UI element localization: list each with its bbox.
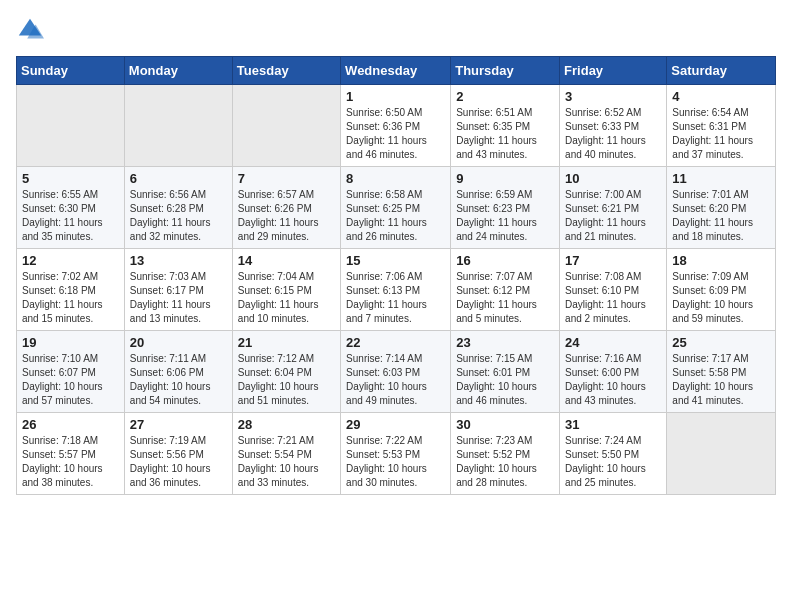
day-number: 8 <box>346 171 445 186</box>
calendar-cell: 29Sunrise: 7:22 AM Sunset: 5:53 PM Dayli… <box>341 413 451 495</box>
day-info: Sunrise: 7:14 AM Sunset: 6:03 PM Dayligh… <box>346 352 445 408</box>
day-number: 26 <box>22 417 119 432</box>
day-number: 28 <box>238 417 335 432</box>
weekday-header-saturday: Saturday <box>667 57 776 85</box>
day-number: 13 <box>130 253 227 268</box>
day-info: Sunrise: 7:10 AM Sunset: 6:07 PM Dayligh… <box>22 352 119 408</box>
day-number: 1 <box>346 89 445 104</box>
day-info: Sunrise: 7:00 AM Sunset: 6:21 PM Dayligh… <box>565 188 661 244</box>
day-info: Sunrise: 6:51 AM Sunset: 6:35 PM Dayligh… <box>456 106 554 162</box>
day-number: 5 <box>22 171 119 186</box>
day-info: Sunrise: 7:02 AM Sunset: 6:18 PM Dayligh… <box>22 270 119 326</box>
day-number: 12 <box>22 253 119 268</box>
day-number: 6 <box>130 171 227 186</box>
calendar-cell: 26Sunrise: 7:18 AM Sunset: 5:57 PM Dayli… <box>17 413 125 495</box>
calendar-cell <box>667 413 776 495</box>
day-number: 31 <box>565 417 661 432</box>
day-number: 29 <box>346 417 445 432</box>
day-info: Sunrise: 6:54 AM Sunset: 6:31 PM Dayligh… <box>672 106 770 162</box>
day-info: Sunrise: 6:50 AM Sunset: 6:36 PM Dayligh… <box>346 106 445 162</box>
day-info: Sunrise: 6:52 AM Sunset: 6:33 PM Dayligh… <box>565 106 661 162</box>
day-number: 14 <box>238 253 335 268</box>
day-info: Sunrise: 6:58 AM Sunset: 6:25 PM Dayligh… <box>346 188 445 244</box>
day-number: 3 <box>565 89 661 104</box>
calendar-cell: 6Sunrise: 6:56 AM Sunset: 6:28 PM Daylig… <box>124 167 232 249</box>
calendar-week-5: 26Sunrise: 7:18 AM Sunset: 5:57 PM Dayli… <box>17 413 776 495</box>
day-number: 10 <box>565 171 661 186</box>
day-info: Sunrise: 7:07 AM Sunset: 6:12 PM Dayligh… <box>456 270 554 326</box>
day-number: 24 <box>565 335 661 350</box>
calendar-cell: 22Sunrise: 7:14 AM Sunset: 6:03 PM Dayli… <box>341 331 451 413</box>
calendar-table: SundayMondayTuesdayWednesdayThursdayFrid… <box>16 56 776 495</box>
calendar-cell: 25Sunrise: 7:17 AM Sunset: 5:58 PM Dayli… <box>667 331 776 413</box>
logo-icon <box>16 16 44 44</box>
day-number: 7 <box>238 171 335 186</box>
day-info: Sunrise: 7:17 AM Sunset: 5:58 PM Dayligh… <box>672 352 770 408</box>
day-info: Sunrise: 7:09 AM Sunset: 6:09 PM Dayligh… <box>672 270 770 326</box>
logo <box>16 16 48 44</box>
page-header <box>16 16 776 44</box>
day-number: 30 <box>456 417 554 432</box>
day-info: Sunrise: 7:24 AM Sunset: 5:50 PM Dayligh… <box>565 434 661 490</box>
day-number: 17 <box>565 253 661 268</box>
day-info: Sunrise: 6:56 AM Sunset: 6:28 PM Dayligh… <box>130 188 227 244</box>
calendar-cell: 13Sunrise: 7:03 AM Sunset: 6:17 PM Dayli… <box>124 249 232 331</box>
day-number: 16 <box>456 253 554 268</box>
weekday-header-wednesday: Wednesday <box>341 57 451 85</box>
calendar-cell <box>17 85 125 167</box>
calendar-cell: 3Sunrise: 6:52 AM Sunset: 6:33 PM Daylig… <box>560 85 667 167</box>
day-info: Sunrise: 7:23 AM Sunset: 5:52 PM Dayligh… <box>456 434 554 490</box>
day-number: 4 <box>672 89 770 104</box>
day-info: Sunrise: 7:03 AM Sunset: 6:17 PM Dayligh… <box>130 270 227 326</box>
day-number: 19 <box>22 335 119 350</box>
day-number: 9 <box>456 171 554 186</box>
day-number: 25 <box>672 335 770 350</box>
calendar-cell: 8Sunrise: 6:58 AM Sunset: 6:25 PM Daylig… <box>341 167 451 249</box>
day-info: Sunrise: 7:12 AM Sunset: 6:04 PM Dayligh… <box>238 352 335 408</box>
weekday-header-tuesday: Tuesday <box>232 57 340 85</box>
calendar-cell: 27Sunrise: 7:19 AM Sunset: 5:56 PM Dayli… <box>124 413 232 495</box>
calendar-week-3: 12Sunrise: 7:02 AM Sunset: 6:18 PM Dayli… <box>17 249 776 331</box>
calendar-week-1: 1Sunrise: 6:50 AM Sunset: 6:36 PM Daylig… <box>17 85 776 167</box>
calendar-cell: 10Sunrise: 7:00 AM Sunset: 6:21 PM Dayli… <box>560 167 667 249</box>
weekday-header-row: SundayMondayTuesdayWednesdayThursdayFrid… <box>17 57 776 85</box>
day-info: Sunrise: 6:57 AM Sunset: 6:26 PM Dayligh… <box>238 188 335 244</box>
calendar-cell: 7Sunrise: 6:57 AM Sunset: 6:26 PM Daylig… <box>232 167 340 249</box>
day-info: Sunrise: 7:19 AM Sunset: 5:56 PM Dayligh… <box>130 434 227 490</box>
day-number: 22 <box>346 335 445 350</box>
day-info: Sunrise: 7:18 AM Sunset: 5:57 PM Dayligh… <box>22 434 119 490</box>
calendar-cell: 21Sunrise: 7:12 AM Sunset: 6:04 PM Dayli… <box>232 331 340 413</box>
calendar-cell: 4Sunrise: 6:54 AM Sunset: 6:31 PM Daylig… <box>667 85 776 167</box>
day-number: 23 <box>456 335 554 350</box>
day-info: Sunrise: 7:15 AM Sunset: 6:01 PM Dayligh… <box>456 352 554 408</box>
day-info: Sunrise: 7:11 AM Sunset: 6:06 PM Dayligh… <box>130 352 227 408</box>
calendar-cell: 11Sunrise: 7:01 AM Sunset: 6:20 PM Dayli… <box>667 167 776 249</box>
calendar-cell: 24Sunrise: 7:16 AM Sunset: 6:00 PM Dayli… <box>560 331 667 413</box>
calendar-cell: 16Sunrise: 7:07 AM Sunset: 6:12 PM Dayli… <box>451 249 560 331</box>
calendar-cell <box>124 85 232 167</box>
day-info: Sunrise: 7:06 AM Sunset: 6:13 PM Dayligh… <box>346 270 445 326</box>
calendar-cell: 23Sunrise: 7:15 AM Sunset: 6:01 PM Dayli… <box>451 331 560 413</box>
day-number: 21 <box>238 335 335 350</box>
calendar-cell: 20Sunrise: 7:11 AM Sunset: 6:06 PM Dayli… <box>124 331 232 413</box>
weekday-header-monday: Monday <box>124 57 232 85</box>
day-info: Sunrise: 7:01 AM Sunset: 6:20 PM Dayligh… <box>672 188 770 244</box>
day-info: Sunrise: 7:22 AM Sunset: 5:53 PM Dayligh… <box>346 434 445 490</box>
calendar-cell: 12Sunrise: 7:02 AM Sunset: 6:18 PM Dayli… <box>17 249 125 331</box>
day-info: Sunrise: 7:21 AM Sunset: 5:54 PM Dayligh… <box>238 434 335 490</box>
calendar-cell: 15Sunrise: 7:06 AM Sunset: 6:13 PM Dayli… <box>341 249 451 331</box>
weekday-header-friday: Friday <box>560 57 667 85</box>
calendar-cell: 28Sunrise: 7:21 AM Sunset: 5:54 PM Dayli… <box>232 413 340 495</box>
calendar-cell: 30Sunrise: 7:23 AM Sunset: 5:52 PM Dayli… <box>451 413 560 495</box>
calendar-week-4: 19Sunrise: 7:10 AM Sunset: 6:07 PM Dayli… <box>17 331 776 413</box>
calendar-cell: 14Sunrise: 7:04 AM Sunset: 6:15 PM Dayli… <box>232 249 340 331</box>
day-number: 2 <box>456 89 554 104</box>
calendar-cell <box>232 85 340 167</box>
calendar-cell: 17Sunrise: 7:08 AM Sunset: 6:10 PM Dayli… <box>560 249 667 331</box>
day-info: Sunrise: 7:16 AM Sunset: 6:00 PM Dayligh… <box>565 352 661 408</box>
day-number: 15 <box>346 253 445 268</box>
day-number: 27 <box>130 417 227 432</box>
calendar-cell: 2Sunrise: 6:51 AM Sunset: 6:35 PM Daylig… <box>451 85 560 167</box>
day-number: 11 <box>672 171 770 186</box>
day-info: Sunrise: 7:04 AM Sunset: 6:15 PM Dayligh… <box>238 270 335 326</box>
